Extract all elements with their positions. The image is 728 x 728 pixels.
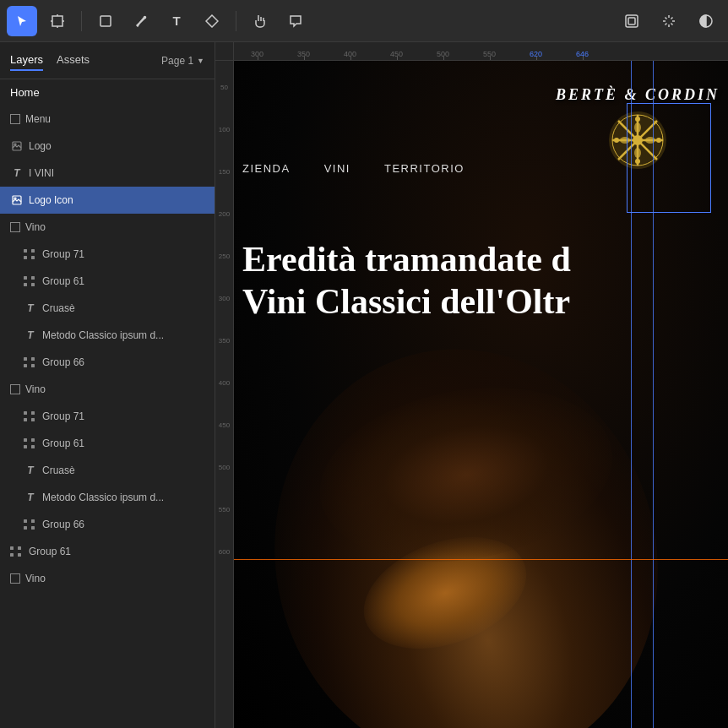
layer-cruase-2[interactable]: T Cruasè xyxy=(0,457,215,484)
snowflake-icon xyxy=(608,111,667,170)
ruler-side-200: 200 xyxy=(215,204,233,220)
frame-icon-vino2 xyxy=(10,384,20,394)
plugins-tool[interactable] xyxy=(654,6,684,36)
chevron-down-icon: ▼ xyxy=(197,57,204,65)
sidebar: Layers Assets Page 1 ▼ Home Menu Logo xyxy=(0,42,215,728)
headline-line-2: Vini Classici dell'Oltr xyxy=(242,280,571,323)
layer-group61-3[interactable]: Group 61 xyxy=(0,538,215,565)
svg-point-28 xyxy=(645,137,655,144)
ruler-side-600: 600 xyxy=(215,542,233,557)
layer-group66-1-label: Group 66 xyxy=(42,356,84,368)
ruler-side-100: 100 xyxy=(215,120,233,135)
svg-rect-5 xyxy=(101,16,111,26)
layer-metodo1-label: Metodo Classico ipsum d... xyxy=(42,329,164,341)
layer-vino-2[interactable]: Vino xyxy=(0,376,215,403)
frame-tool[interactable] xyxy=(42,6,73,36)
layer-logo-icon[interactable]: Logo Icon xyxy=(0,187,215,214)
ruler-top-marks: 300 350 400 450 500 550 620 646 xyxy=(234,50,606,58)
layer-metodo2-label: Metodo Classico ipsum d... xyxy=(42,492,164,503)
group-icon-61-2 xyxy=(24,437,37,450)
layer-cruase-1[interactable]: T Cruasè xyxy=(0,295,215,322)
text-icon-cruase1: T xyxy=(24,302,37,315)
logo-brand-text: BERTÈ & CORDIN xyxy=(556,86,720,104)
page-name: Page 1 xyxy=(161,55,193,67)
layer-vino2-label: Vino xyxy=(25,383,46,395)
layers-panel: Home Menu Logo T I VINI xyxy=(0,79,215,728)
svg-point-25 xyxy=(634,122,641,133)
ruler-side: 50 100 150 200 250 300 350 400 450 500 5… xyxy=(215,61,234,728)
ruler-side-150: 150 xyxy=(215,162,233,177)
frame-icon-vino3 xyxy=(10,573,20,584)
guide-vertical-620 xyxy=(631,61,632,728)
layer-logo-label: Logo xyxy=(29,140,52,152)
ruler-mark-400: 400 xyxy=(327,50,373,58)
toolbar-divider-1 xyxy=(81,11,82,31)
ruler-row-top: 300 350 400 450 500 550 620 646 xyxy=(215,42,728,61)
layer-group61-1[interactable]: Group 61 xyxy=(0,268,215,295)
layer-vino3-label: Vino xyxy=(25,573,46,584)
layer-metodo-2[interactable]: T Metodo Classico ipsum d... xyxy=(0,484,215,511)
sidebar-tabs: Layers Assets Page 1 ▼ xyxy=(0,42,215,79)
layer-group71-2-label: Group 71 xyxy=(42,410,84,422)
main-toolbar: T xyxy=(0,0,728,42)
ruler-side-250: 250 xyxy=(215,247,233,262)
theme-tool[interactable] xyxy=(691,6,721,36)
ruler-mark-620: 620 xyxy=(513,50,559,58)
ruler-side-400: 400 xyxy=(215,373,233,388)
ruler-side-50: 50 xyxy=(215,78,233,93)
tab-layers[interactable]: Layers xyxy=(10,50,43,71)
layer-metodo-1[interactable]: T Metodo Classico ipsum d... xyxy=(0,322,215,349)
layer-cruase2-label: Cruasè xyxy=(42,465,75,476)
ruler-mark-550: 550 xyxy=(466,50,513,58)
text-icon-metodo2: T xyxy=(24,491,37,504)
canvas-row: 50 100 150 200 250 300 350 400 450 500 5… xyxy=(215,61,728,728)
tab-assets[interactable]: Assets xyxy=(57,50,90,71)
layer-group66-2[interactable]: Group 66 xyxy=(0,511,215,538)
canvas-viewport[interactable]: BERTÈ & CORDIN xyxy=(234,61,728,728)
layer-ivini[interactable]: T I VINI xyxy=(0,160,215,187)
select-tool[interactable] xyxy=(7,6,37,36)
layer-group66-1[interactable]: Group 66 xyxy=(0,349,215,376)
pen-tool[interactable] xyxy=(126,6,156,36)
main-area: Layers Assets Page 1 ▼ Home Menu Logo xyxy=(0,42,728,728)
group-icon-66-1 xyxy=(24,356,37,369)
svg-point-27 xyxy=(620,137,630,144)
ruler-side-500: 500 xyxy=(215,458,233,473)
image-icon xyxy=(10,139,24,153)
text-icon: T xyxy=(10,166,24,180)
mask-tool[interactable] xyxy=(617,6,647,36)
design-canvas: BERTÈ & CORDIN xyxy=(234,61,728,728)
layer-group71-1[interactable]: Group 71 xyxy=(0,241,215,268)
text-icon-metodo1: T xyxy=(24,329,37,342)
layer-group61-2[interactable]: Group 61 xyxy=(0,430,215,457)
logo-emblem xyxy=(556,111,720,170)
comment-tool[interactable] xyxy=(280,6,311,36)
layer-group61-3-label: Group 61 xyxy=(29,546,71,557)
component-tool[interactable] xyxy=(197,6,227,36)
layer-group71-1-label: Group 71 xyxy=(42,248,84,260)
group-icon-2 xyxy=(24,274,37,288)
nav-azienda: ZIENDA xyxy=(242,162,291,175)
layer-menu[interactable]: Menu xyxy=(0,106,215,133)
layer-vino-3[interactable]: Vino xyxy=(0,565,215,592)
text-tool[interactable]: T xyxy=(161,6,192,36)
frame-icon-active xyxy=(10,193,24,207)
ruler-top: 300 350 400 450 500 550 620 646 xyxy=(234,42,728,61)
layer-vino-1[interactable]: Vino xyxy=(0,214,215,241)
page-selector[interactable]: Page 1 ▼ xyxy=(161,55,204,67)
svg-point-22 xyxy=(635,159,640,164)
ruler-mark-646: 646 xyxy=(559,50,606,58)
ruler-side-350: 350 xyxy=(215,331,233,346)
canvas-background: BERTÈ & CORDIN xyxy=(234,61,728,728)
hand-tool[interactable] xyxy=(245,6,275,36)
layer-logo[interactable]: Logo xyxy=(0,133,215,160)
layer-cruase1-label: Cruasè xyxy=(42,302,75,314)
svg-point-13 xyxy=(14,198,16,199)
headline-line-1: Eredità tramandate d xyxy=(242,238,571,280)
text-icon-cruase2: T xyxy=(24,464,37,477)
guide-horizontal xyxy=(234,559,728,560)
layer-group71-2[interactable]: Group 71 xyxy=(0,403,215,430)
shape-tool[interactable] xyxy=(90,6,121,36)
svg-point-24 xyxy=(656,138,661,143)
frame-icon xyxy=(10,114,20,124)
